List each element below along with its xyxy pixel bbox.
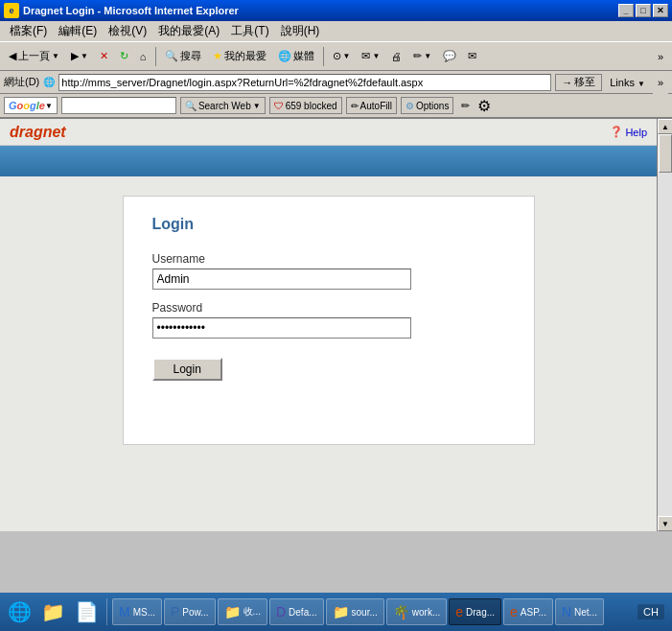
username-group: Username xyxy=(152,252,505,290)
system-tray: CH xyxy=(637,604,668,619)
page-area: dragnet ❓ Help Login Username Password xyxy=(0,119,657,531)
taskbar-default-btn[interactable]: D Defa... xyxy=(269,598,324,625)
taskbar: 🌐 📁 📄 M MS... P Pow... 📁 收... D Defa... … xyxy=(0,593,672,631)
scroll-down-button[interactable]: ▼ xyxy=(658,516,672,531)
address-input[interactable] xyxy=(58,74,551,91)
taskbar-pow-btn[interactable]: P Pow... xyxy=(164,598,216,625)
home-button[interactable]: ⌂ xyxy=(135,45,151,68)
taskbar-collect-icon: 📁 xyxy=(224,604,241,619)
login-button[interactable]: Login xyxy=(152,358,222,381)
search-button[interactable]: 🔍 搜尋 xyxy=(160,45,206,68)
password-input[interactable] xyxy=(152,317,411,339)
taskbar-pow-icon: P xyxy=(171,604,179,619)
maximize-button[interactable]: □ xyxy=(636,4,651,17)
messenger-icon: ✉ xyxy=(468,50,476,62)
discuss-button[interactable]: 💬 xyxy=(438,45,461,68)
refresh-button[interactable]: ↻ xyxy=(115,45,133,68)
forward-dropdown-icon[interactable]: ▼ xyxy=(81,52,88,60)
menu-bar: 檔案(F) 編輯(E) 檢視(V) 我的最愛(A) 工具(T) 說明(H) xyxy=(0,21,672,42)
media-button[interactable]: 🌐 媒體 xyxy=(273,45,319,68)
print-button[interactable]: 🖨 xyxy=(386,45,406,68)
options-button[interactable]: ⚙ Options xyxy=(401,97,453,114)
search-icon: 🔍 xyxy=(165,50,178,62)
question-icon: ❓ xyxy=(610,126,623,138)
ie-icon: e xyxy=(4,3,19,18)
menu-view[interactable]: 檢視(V) xyxy=(103,21,152,41)
taskbar-drag-btn[interactable]: e Drag... xyxy=(449,598,501,625)
menu-edit[interactable]: 編輯(E) xyxy=(53,21,103,41)
taskbar-folder-icon[interactable]: 📁 xyxy=(37,596,68,627)
mail-icon: ✉ xyxy=(361,50,370,62)
refresh-icon: ↻ xyxy=(120,50,128,62)
menu-favorites[interactable]: 我的最愛(A) xyxy=(152,21,225,41)
messenger-button[interactable]: ✉ xyxy=(463,45,481,68)
scroll-thumb[interactable] xyxy=(659,134,672,173)
address-icon: 🌐 xyxy=(43,77,55,87)
search-dropdown-icon[interactable]: ▼ xyxy=(253,102,261,110)
print-icon: 🖨 xyxy=(391,51,402,62)
blocked-button[interactable]: 🛡 659 blocked xyxy=(269,97,342,114)
menu-tools[interactable]: 工具(T) xyxy=(225,21,274,41)
taskbar-net-btn[interactable]: N Net... xyxy=(555,598,604,625)
links-button[interactable]: Links ▼ xyxy=(606,77,649,88)
links-arrow-icon: ▼ xyxy=(637,80,645,88)
address-label: 網址(D) xyxy=(4,75,39,89)
toolbar-options-button[interactable]: » xyxy=(653,45,668,68)
window-controls[interactable]: _ □ ✕ xyxy=(618,4,668,17)
star-icon: ★ xyxy=(213,50,222,62)
taskbar-source-icon: 📁 xyxy=(333,604,349,619)
stop-button[interactable]: ✕ xyxy=(95,45,113,68)
help-link[interactable]: ❓ Help xyxy=(610,126,647,138)
password-group: Password xyxy=(152,301,505,339)
mail-button[interactable]: ✉ ▼ xyxy=(357,45,384,68)
taskbar-asp-btn[interactable]: e ASP... xyxy=(503,598,553,625)
minimize-button[interactable]: _ xyxy=(618,4,634,17)
autofill-button[interactable]: ✏ AutoFill xyxy=(346,97,397,114)
back-dropdown-icon[interactable]: ▼ xyxy=(52,52,59,60)
menu-help[interactable]: 說明(H) xyxy=(275,21,326,41)
history-icon: ⊙ xyxy=(333,50,341,62)
password-label: Password xyxy=(152,301,505,315)
username-label: Username xyxy=(152,252,505,266)
forward-arrow-icon: ▶ xyxy=(71,50,79,62)
google-dropdown-icon[interactable]: ▼ xyxy=(45,102,53,110)
scroll-track[interactable] xyxy=(658,134,672,516)
taskbar-work-icon: 🌴 xyxy=(393,604,409,619)
taskbar-ie-icon[interactable]: 🌐 xyxy=(4,596,35,627)
login-box: Login Username Password Login xyxy=(123,196,535,445)
scrollbar[interactable]: ▲ ▼ xyxy=(657,119,672,531)
go-button[interactable]: → 移至 xyxy=(555,74,602,91)
google-logo-button[interactable]: Google ▼ xyxy=(4,97,58,114)
scroll-up-button[interactable]: ▲ xyxy=(658,119,672,134)
favorites-button[interactable]: ★ 我的最愛 xyxy=(208,45,271,68)
back-arrow-icon: ◀ xyxy=(9,50,16,62)
tray-label: CH xyxy=(637,604,664,619)
title-bar: e Dragnet Login - Microsoft Internet Exp… xyxy=(0,0,672,21)
taskbar-asp-icon: e xyxy=(510,604,518,619)
taskbar-app-icon[interactable]: 📄 xyxy=(71,596,102,627)
taskbar-default-icon: D xyxy=(276,604,286,619)
taskbar-ms-btn[interactable]: M MS... xyxy=(112,598,162,625)
system-tray-icons: 🌐 📁 📄 xyxy=(4,596,102,627)
media-icon: 🌐 xyxy=(278,50,291,62)
taskbar-collect-btn[interactable]: 📁 收... xyxy=(218,598,267,625)
address-options-button[interactable]: » xyxy=(653,71,668,94)
taskbar-net-icon: N xyxy=(562,604,571,619)
edit-button[interactable]: ✏ ▼ xyxy=(408,45,436,68)
back-button[interactable]: ◀ 上一頁 ▼ xyxy=(4,45,64,68)
google-logo-text: G xyxy=(9,100,17,111)
login-title: Login xyxy=(152,216,505,233)
menu-file[interactable]: 檔案(F) xyxy=(4,21,53,41)
taskbar-source-btn[interactable]: 📁 sour... xyxy=(326,598,384,625)
google-search-web-button[interactable]: 🔍 Search Web ▼ xyxy=(180,97,266,114)
blue-header-bar xyxy=(0,146,657,176)
taskbar-ms-icon: M xyxy=(119,604,130,619)
history-button[interactable]: ⊙ ▼ xyxy=(328,45,356,68)
forward-button[interactable]: ▶ ▼ xyxy=(66,45,93,68)
address-bar: 網址(D) 🌐 → 移至 Links ▼ » xyxy=(0,71,672,94)
options-icon: ⚙ xyxy=(406,101,414,111)
username-input[interactable] xyxy=(152,269,411,290)
taskbar-work-btn[interactable]: 🌴 work... xyxy=(386,598,447,625)
google-search-input[interactable] xyxy=(61,97,176,114)
close-button[interactable]: ✕ xyxy=(653,4,668,17)
